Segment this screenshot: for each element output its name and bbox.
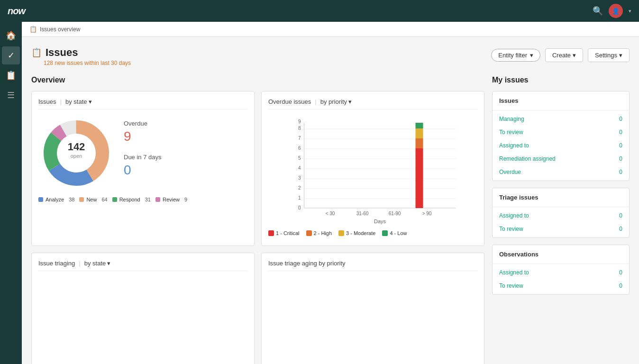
triage-assigned-link[interactable]: Assigned to: [499, 212, 529, 219]
overdue-issues-card: Overdue issues | by priority ▾: [261, 91, 484, 246]
issues-state-card: Issues | by state ▾: [31, 91, 255, 246]
triaging-chart-empty: [38, 277, 247, 364]
assigned-to-link[interactable]: Assigned to: [499, 142, 529, 149]
svg-text:4: 4: [298, 165, 301, 171]
triaging-filter-dropdown[interactable]: by state ▾: [84, 260, 111, 267]
overdue-link[interactable]: Overdue: [499, 169, 521, 175]
row-triage-assigned: Assigned to 0: [493, 209, 629, 222]
assigned-to-count: 0: [619, 142, 622, 149]
page-subtitle: 128 new issues within last 30 days: [44, 60, 131, 66]
triage-aging-title: Issue triage aging by priority: [268, 260, 346, 267]
moderate-color: [338, 230, 344, 236]
row-triage-review: To review 0: [493, 222, 629, 236]
header-actions: Entity filter ▾ Create ▾ Settings ▾: [491, 48, 630, 62]
row-overdue: Overdue 0: [493, 165, 629, 179]
to-review-link[interactable]: To review: [499, 129, 523, 136]
row-to-review: To review 0: [493, 126, 629, 139]
svg-text:0: 0: [298, 205, 301, 210]
obs-review-link[interactable]: To review: [499, 282, 523, 289]
sidebar-item-home[interactable]: 🏠: [2, 27, 20, 45]
row-managing: Managing 0: [493, 112, 629, 126]
svg-text:7: 7: [298, 136, 301, 141]
my-issues-issues-title: Issues: [493, 91, 629, 110]
legend-low: 4 - Low: [382, 230, 407, 236]
svg-text:2: 2: [298, 185, 301, 191]
svg-text:3: 3: [298, 175, 301, 181]
page-title: Issues: [46, 46, 78, 59]
svg-text:9: 9: [298, 119, 301, 124]
sidebar-item-issues[interactable]: 📋: [2, 66, 20, 84]
search-icon[interactable]: 🔍: [593, 6, 603, 16]
svg-text:> 90: > 90: [422, 211, 432, 216]
row-obs-assigned: Assigned to 0: [493, 266, 629, 279]
overdue-card-title: Overdue issues: [268, 98, 311, 105]
chevron-down-icon: ▾: [573, 52, 576, 59]
bar-chart-area: 0 1 2 3 4 5 6 7 8 9: [268, 115, 477, 239]
avatar[interactable]: 👤: [609, 4, 623, 18]
row-assigned-to: Assigned to 0: [493, 139, 629, 152]
cards-grid: Issues | by state ▾: [31, 91, 484, 364]
row-remediation: Remediation assigned 0: [493, 152, 629, 165]
chevron-down-icon: ▾: [89, 98, 92, 105]
observations-card: Observations Assigned to 0 To review 0: [492, 245, 630, 295]
overdue-filter-dropdown[interactable]: by priority ▾: [320, 98, 352, 105]
managing-count: 0: [619, 116, 622, 122]
chevron-down-icon: ▾: [348, 98, 352, 105]
issues-filter-dropdown[interactable]: by state ▾: [65, 98, 92, 105]
obs-review-count: 0: [619, 282, 622, 289]
svg-text:< 30: < 30: [326, 211, 335, 216]
legend-moderate: 3 - Moderate: [338, 230, 375, 236]
chevron-down-icon: ▾: [619, 52, 622, 59]
high-color: [306, 230, 312, 236]
remediation-link[interactable]: Remediation assigned: [499, 155, 556, 162]
managing-link[interactable]: Managing: [499, 116, 524, 122]
svg-text:8: 8: [298, 126, 301, 131]
analyze-color: [38, 197, 43, 202]
svg-text:1: 1: [298, 195, 301, 200]
obs-assigned-count: 0: [619, 269, 622, 276]
navbar-right: 🔍 👤 ▾: [593, 4, 631, 18]
triage-issues-title: Triage issues: [493, 188, 629, 207]
my-issues-issues-card: Issues Managing 0 To review 0 Assigned t…: [492, 91, 630, 181]
triage-assigned-count: 0: [619, 212, 622, 219]
bar-chart-legend: 1 - Critical 2 - High 3 - Moderate: [268, 230, 477, 236]
review-color: [155, 197, 160, 202]
overdue-label: Overdue: [124, 120, 162, 127]
remediation-count: 0: [619, 155, 622, 162]
svg-text:5: 5: [298, 155, 301, 161]
issues-card-header: Issues | by state ▾: [38, 98, 247, 109]
entity-filter-button[interactable]: Entity filter ▾: [491, 49, 540, 62]
donut-svg: 142 open: [38, 115, 114, 191]
create-button[interactable]: Create ▾: [545, 48, 583, 62]
breadcrumb-text: Issues overview: [40, 26, 80, 33]
respond-color: [112, 197, 117, 202]
critical-color: [268, 230, 274, 236]
chevron-down-icon: ▾: [107, 260, 110, 267]
triage-aging-card: Issue triage aging by priority: [261, 253, 484, 364]
settings-button[interactable]: Settings ▾: [588, 48, 630, 62]
triaging-card-title: Issue triaging: [38, 260, 75, 267]
bar-gt90-critical: [416, 148, 423, 208]
content-layout: Overview Issues | by state ▾: [31, 76, 630, 364]
overdue-section: Overdue 9 Due in 7 days 0: [124, 115, 162, 182]
breadcrumb: 📋 Issues overview: [22, 22, 639, 37]
legend-high: 2 - High: [306, 230, 332, 236]
sidebar-item-check[interactable]: ✓: [2, 46, 20, 64]
overdue-count: 0: [619, 169, 622, 175]
triage-review-link[interactable]: To review: [499, 226, 523, 232]
due7-value: 0: [124, 163, 162, 178]
navbar-logo[interactable]: now: [8, 6, 25, 17]
bar-gt90-low: [416, 123, 423, 128]
observations-title: Observations: [493, 245, 629, 264]
bar-chart-svg: 0 1 2 3 4 5 6 7 8 9: [268, 118, 477, 227]
overdue-card-header: Overdue issues | by priority ▾: [268, 98, 477, 109]
triage-aging-header: Issue triage aging by priority: [268, 260, 477, 271]
obs-assigned-link[interactable]: Assigned to: [499, 269, 529, 276]
main-content: 📋 Issues 128 new issues within last 30 d…: [22, 37, 639, 364]
right-panel: My issues Issues Managing 0 To review 0 …: [492, 76, 630, 364]
svg-text:142: 142: [68, 141, 85, 153]
breadcrumb-icon: 📋: [29, 26, 37, 33]
left-panel: Overview Issues | by state ▾: [31, 76, 484, 364]
chevron-down-icon: ▾: [629, 8, 631, 14]
sidebar-item-list[interactable]: ☰: [2, 86, 20, 104]
